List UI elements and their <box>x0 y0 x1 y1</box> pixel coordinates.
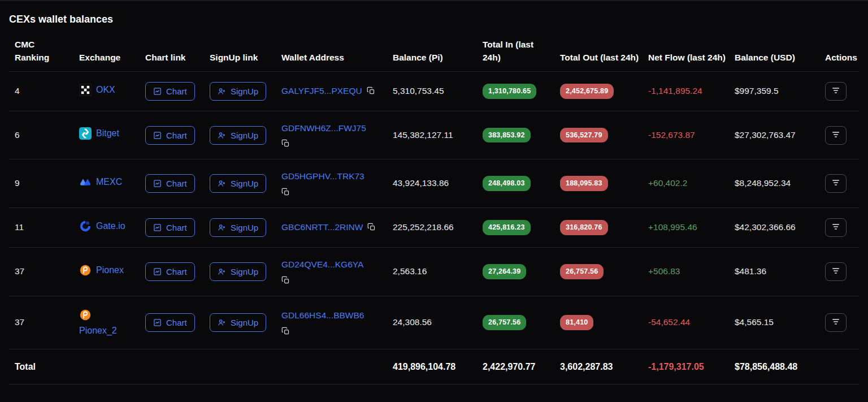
chart-icon <box>153 267 162 276</box>
net-flow-value: +506.83 <box>648 266 735 278</box>
balance-pi: 5,310,753.45 <box>393 85 483 97</box>
actions-button[interactable] <box>825 174 847 193</box>
actions-cell <box>825 174 859 193</box>
actions-button[interactable] <box>825 262 847 281</box>
gateio-logo-icon <box>79 220 92 232</box>
signup-button[interactable]: SignUp <box>210 174 266 193</box>
signup-button[interactable]: SignUp <box>210 262 266 281</box>
wallet-address-link[interactable]: GDL66HS4...BBWB6 <box>281 310 364 320</box>
total-balance-usd: $78,856,488.48 <box>735 361 825 373</box>
total-out-cell: 2,452,675.89 <box>560 84 648 99</box>
copy-icon[interactable] <box>281 327 384 335</box>
signup-cell: SignUp <box>210 174 281 193</box>
total-in-cell: 1,310,780.65 <box>483 84 560 99</box>
chart-button[interactable]: Chart <box>145 174 195 193</box>
total-out-cell: 26,757.56 <box>560 264 648 279</box>
actions-button[interactable] <box>825 82 847 101</box>
copy-icon[interactable] <box>281 276 384 284</box>
net-flow-value: -1,141,895.24 <box>648 85 735 97</box>
signup-button[interactable]: SignUp <box>210 218 266 237</box>
copy-icon[interactable] <box>281 188 384 196</box>
total-out-badge: 188,095.83 <box>560 176 608 191</box>
total-out-badge: 536,527.79 <box>560 128 608 143</box>
total-in-cell: 248,498.03 <box>483 176 560 191</box>
chart-button[interactable]: Chart <box>145 262 195 281</box>
copy-icon[interactable] <box>367 87 375 95</box>
signup-button[interactable]: SignUp <box>210 82 266 101</box>
wallet-address-link[interactable]: GDFNWH6Z...FWJ75 <box>281 123 366 133</box>
chart-button-label: Chart <box>166 318 187 327</box>
okx-logo-icon <box>79 84 92 96</box>
wallet-address-link[interactable]: GALYFJF5...PXEQU <box>281 86 362 96</box>
chart-cell: Chart <box>145 126 210 145</box>
cmc-rank: 11 <box>15 222 79 234</box>
signup-cell: SignUp <box>210 82 281 101</box>
exchange-name: Gate.io <box>96 220 125 232</box>
balance-usd: $4,565.15 <box>735 317 825 328</box>
exchange-name: MEXC <box>96 176 122 188</box>
chart-icon <box>153 131 162 140</box>
actions-button[interactable] <box>825 313 847 332</box>
balance-usd: $481.36 <box>735 266 825 278</box>
actions-button[interactable] <box>825 126 847 145</box>
wallet-address-link[interactable]: GD24QVE4...KG6YA <box>281 260 363 269</box>
exchange-link[interactable]: MEXC <box>79 176 122 188</box>
total-in-badge: 248,498.03 <box>483 176 531 191</box>
chart-button[interactable]: Chart <box>145 218 195 237</box>
exchange-link[interactable]: Pionex_2 <box>79 309 117 337</box>
chart-button-label: Chart <box>166 87 187 96</box>
exchange-name: OKX <box>96 84 115 96</box>
pionex-logo-icon <box>79 264 92 276</box>
total-out-cell: 81,410 <box>560 315 648 330</box>
chart-button[interactable]: Chart <box>145 82 195 101</box>
header-balance-pi: Balance (Pi) <box>393 51 483 71</box>
table-row: 4 OKX Chart SignUp GALYFJF5...PXEQU 5 <box>9 72 859 111</box>
total-in-badge: 383,853.92 <box>483 128 531 143</box>
exchange-link[interactable]: Gate.io <box>79 220 125 232</box>
chart-cell: Chart <box>145 313 210 332</box>
header-balance-usd: Balance (USD) <box>735 51 825 71</box>
table-row: 11 Gate.io Chart SignUp GBC6NRTT...2RINW <box>9 208 859 248</box>
chart-button[interactable]: Chart <box>145 313 195 332</box>
wallet-cell: GD5HGPHV...TRK73 <box>281 171 393 196</box>
copy-icon[interactable] <box>281 139 384 148</box>
cmc-rank: 4 <box>15 85 79 97</box>
filter-icon <box>831 130 840 141</box>
wallet-address-link[interactable]: GBC6NRTT...2RINW <box>281 222 363 232</box>
user-plus-icon <box>218 87 226 96</box>
header-chart-link: Chart link <box>145 51 210 71</box>
signup-cell: SignUp <box>210 218 281 237</box>
table-row: 37 Pionex_2 Chart SignUp GDL66HS4...BBWB… <box>9 296 859 349</box>
actions-cell <box>825 262 859 281</box>
table-header-row: CMC Ranking Exchange Chart link SignUp l… <box>9 36 859 72</box>
wallet-cell: GALYFJF5...PXEQU <box>281 85 393 97</box>
header-total-out: Total Out (last 24h) <box>560 51 648 71</box>
chart-icon <box>153 87 162 96</box>
chart-cell: Chart <box>145 82 210 101</box>
chart-icon <box>153 223 162 232</box>
actions-button[interactable] <box>825 218 847 237</box>
page: CEXs wallet balances CMC Ranking Exchang… <box>0 1 868 384</box>
total-in-badge: 26,757.56 <box>483 315 526 330</box>
wallet-address-link[interactable]: GD5HGPHV...TRK73 <box>281 171 364 181</box>
mexc-logo-icon <box>79 176 92 188</box>
net-flow-value: -54,652.44 <box>648 317 735 328</box>
signup-button[interactable]: SignUp <box>210 313 266 332</box>
net-flow-value: +60,402.2 <box>648 178 735 189</box>
copy-icon[interactable] <box>367 223 376 231</box>
signup-button-label: SignUp <box>231 318 258 327</box>
chart-button-label: Chart <box>166 179 187 188</box>
filter-icon <box>831 266 840 277</box>
signup-button[interactable]: SignUp <box>210 126 266 145</box>
exchange-link[interactable]: Bitget <box>79 127 119 140</box>
total-in-badge: 425,816.23 <box>483 220 531 235</box>
exchange-link[interactable]: OKX <box>79 84 115 96</box>
total-out-sum: 3,602,287.83 <box>560 361 648 373</box>
total-row: Total 419,896,104.78 2,422,970.77 3,602,… <box>9 349 859 384</box>
header-total-in: Total In (last 24h) <box>483 38 560 72</box>
user-plus-icon <box>218 179 226 188</box>
total-in-cell: 425,816.23 <box>483 220 560 235</box>
exchange-link[interactable]: Pionex <box>79 264 124 276</box>
exchange-cell: Pionex <box>79 264 145 280</box>
chart-button[interactable]: Chart <box>145 126 195 145</box>
